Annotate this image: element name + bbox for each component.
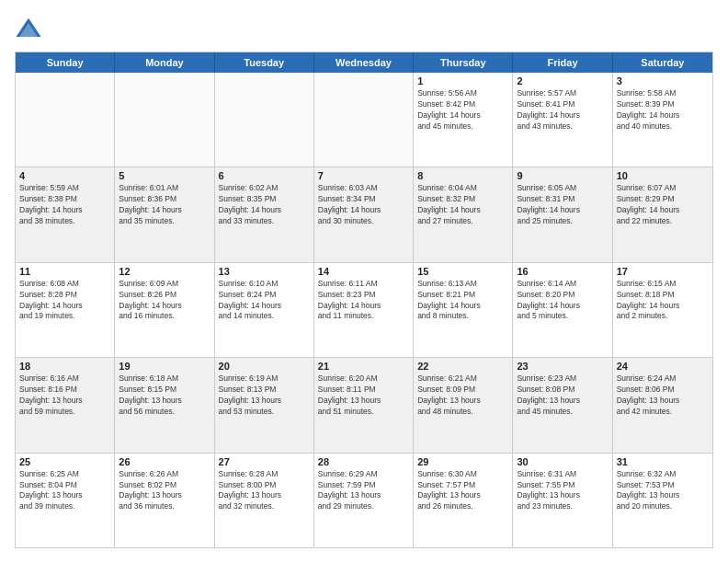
cell-info: Sunrise: 6:29 AM Sunset: 7:59 PM Dayligh… bbox=[318, 469, 409, 513]
cell-info: Sunrise: 6:26 AM Sunset: 8:02 PM Dayligh… bbox=[119, 469, 210, 513]
calendar-cell: 30Sunrise: 6:31 AM Sunset: 7:55 PM Dayli… bbox=[513, 454, 612, 547]
calendar-cell: 20Sunrise: 6:19 AM Sunset: 8:13 PM Dayli… bbox=[215, 358, 314, 452]
calendar-cell: 13Sunrise: 6:10 AM Sunset: 8:24 PM Dayli… bbox=[215, 263, 314, 357]
calendar-cell: 25Sunrise: 6:25 AM Sunset: 8:04 PM Dayli… bbox=[16, 454, 115, 547]
calendar-row: 18Sunrise: 6:16 AM Sunset: 8:16 PM Dayli… bbox=[16, 358, 712, 453]
calendar-cell: 10Sunrise: 6:07 AM Sunset: 8:29 PM Dayli… bbox=[613, 167, 712, 261]
day-number: 21 bbox=[318, 361, 409, 372]
cell-info: Sunrise: 6:23 AM Sunset: 8:08 PM Dayligh… bbox=[517, 373, 608, 418]
cell-info: Sunrise: 6:03 AM Sunset: 8:34 PM Dayligh… bbox=[318, 183, 409, 227]
weekday-header: Saturday bbox=[613, 52, 712, 73]
cell-info: Sunrise: 6:04 AM Sunset: 8:32 PM Dayligh… bbox=[417, 183, 508, 227]
calendar-cell: 29Sunrise: 6:30 AM Sunset: 7:57 PM Dayli… bbox=[414, 454, 513, 547]
calendar-cell bbox=[115, 73, 214, 167]
cell-info: Sunrise: 6:31 AM Sunset: 7:55 PM Dayligh… bbox=[517, 469, 608, 513]
cell-info: Sunrise: 5:56 AM Sunset: 8:42 PM Dayligh… bbox=[417, 88, 508, 132]
weekday-header: Friday bbox=[513, 52, 612, 73]
day-number: 5 bbox=[119, 170, 210, 181]
calendar-header: SundayMondayTuesdayWednesdayThursdayFrid… bbox=[16, 52, 712, 73]
day-number: 10 bbox=[617, 170, 709, 181]
calendar-row: 1Sunrise: 5:56 AM Sunset: 8:42 PM Daylig… bbox=[16, 73, 712, 167]
calendar-cell: 24Sunrise: 6:24 AM Sunset: 8:06 PM Dayli… bbox=[613, 358, 712, 452]
cell-info: Sunrise: 5:57 AM Sunset: 8:41 PM Dayligh… bbox=[517, 88, 608, 132]
day-number: 14 bbox=[318, 266, 409, 277]
calendar: SundayMondayTuesdayWednesdayThursdayFrid… bbox=[15, 52, 713, 548]
calendar-row: 4Sunrise: 5:59 AM Sunset: 8:38 PM Daylig… bbox=[16, 167, 712, 262]
calendar-cell: 19Sunrise: 6:18 AM Sunset: 8:15 PM Dayli… bbox=[115, 358, 214, 452]
day-number: 6 bbox=[219, 170, 310, 181]
day-number: 23 bbox=[517, 361, 608, 372]
weekday-header: Wednesday bbox=[314, 52, 414, 73]
calendar-cell: 12Sunrise: 6:09 AM Sunset: 8:26 PM Dayli… bbox=[115, 263, 214, 357]
calendar-cell: 3Sunrise: 5:58 AM Sunset: 8:39 PM Daylig… bbox=[613, 73, 712, 167]
calendar-cell: 14Sunrise: 6:11 AM Sunset: 8:23 PM Dayli… bbox=[314, 263, 414, 357]
day-number: 22 bbox=[417, 361, 508, 372]
calendar-cell: 5Sunrise: 6:01 AM Sunset: 8:36 PM Daylig… bbox=[115, 167, 214, 261]
calendar-cell: 15Sunrise: 6:13 AM Sunset: 8:21 PM Dayli… bbox=[414, 263, 513, 357]
cell-info: Sunrise: 6:05 AM Sunset: 8:31 PM Dayligh… bbox=[517, 183, 608, 227]
day-number: 15 bbox=[417, 266, 508, 277]
calendar-cell: 4Sunrise: 5:59 AM Sunset: 8:38 PM Daylig… bbox=[16, 167, 115, 261]
day-number: 2 bbox=[517, 75, 608, 86]
weekday-header: Thursday bbox=[414, 52, 513, 73]
cell-info: Sunrise: 6:18 AM Sunset: 8:15 PM Dayligh… bbox=[119, 373, 210, 418]
day-number: 18 bbox=[19, 361, 110, 372]
cell-info: Sunrise: 6:14 AM Sunset: 8:20 PM Dayligh… bbox=[517, 279, 608, 323]
day-number: 26 bbox=[119, 456, 210, 467]
calendar-cell: 27Sunrise: 6:28 AM Sunset: 8:00 PM Dayli… bbox=[215, 454, 314, 547]
calendar-body: 1Sunrise: 5:56 AM Sunset: 8:42 PM Daylig… bbox=[16, 73, 712, 547]
day-number: 19 bbox=[119, 361, 210, 372]
cell-info: Sunrise: 6:32 AM Sunset: 7:53 PM Dayligh… bbox=[617, 469, 709, 513]
day-number: 16 bbox=[517, 266, 608, 277]
day-number: 9 bbox=[517, 170, 608, 181]
cell-info: Sunrise: 6:25 AM Sunset: 8:04 PM Dayligh… bbox=[19, 469, 110, 513]
cell-info: Sunrise: 6:01 AM Sunset: 8:36 PM Dayligh… bbox=[119, 183, 210, 227]
logo bbox=[15, 15, 48, 42]
day-number: 17 bbox=[617, 266, 709, 277]
cell-info: Sunrise: 6:09 AM Sunset: 8:26 PM Dayligh… bbox=[119, 279, 210, 323]
weekday-header: Tuesday bbox=[215, 52, 314, 73]
calendar-cell: 17Sunrise: 6:15 AM Sunset: 8:18 PM Dayli… bbox=[613, 263, 712, 357]
day-number: 27 bbox=[219, 456, 310, 467]
day-number: 29 bbox=[417, 456, 508, 467]
calendar-cell: 11Sunrise: 6:08 AM Sunset: 8:28 PM Dayli… bbox=[16, 263, 115, 357]
calendar-cell: 31Sunrise: 6:32 AM Sunset: 7:53 PM Dayli… bbox=[613, 454, 712, 547]
cell-info: Sunrise: 6:20 AM Sunset: 8:11 PM Dayligh… bbox=[318, 373, 409, 418]
calendar-cell: 18Sunrise: 6:16 AM Sunset: 8:16 PM Dayli… bbox=[16, 358, 115, 452]
calendar-cell: 22Sunrise: 6:21 AM Sunset: 8:09 PM Dayli… bbox=[414, 358, 513, 452]
cell-info: Sunrise: 6:11 AM Sunset: 8:23 PM Dayligh… bbox=[318, 279, 409, 323]
logo-icon bbox=[15, 15, 42, 42]
day-number: 25 bbox=[19, 456, 110, 467]
calendar-row: 11Sunrise: 6:08 AM Sunset: 8:28 PM Dayli… bbox=[16, 263, 712, 358]
day-number: 12 bbox=[119, 266, 210, 277]
cell-info: Sunrise: 6:21 AM Sunset: 8:09 PM Dayligh… bbox=[417, 373, 508, 418]
day-number: 3 bbox=[617, 75, 709, 86]
cell-info: Sunrise: 6:19 AM Sunset: 8:13 PM Dayligh… bbox=[219, 373, 310, 418]
calendar-cell: 28Sunrise: 6:29 AM Sunset: 7:59 PM Dayli… bbox=[314, 454, 414, 547]
calendar-cell: 1Sunrise: 5:56 AM Sunset: 8:42 PM Daylig… bbox=[414, 73, 513, 167]
day-number: 20 bbox=[219, 361, 310, 372]
day-number: 8 bbox=[417, 170, 508, 181]
calendar-row: 25Sunrise: 6:25 AM Sunset: 8:04 PM Dayli… bbox=[16, 454, 712, 547]
calendar-cell bbox=[215, 73, 314, 167]
calendar-cell: 23Sunrise: 6:23 AM Sunset: 8:08 PM Dayli… bbox=[513, 358, 612, 452]
calendar-cell bbox=[16, 73, 115, 167]
calendar-cell: 7Sunrise: 6:03 AM Sunset: 8:34 PM Daylig… bbox=[314, 167, 414, 261]
weekday-header: Sunday bbox=[16, 52, 115, 73]
cell-info: Sunrise: 6:15 AM Sunset: 8:18 PM Dayligh… bbox=[617, 279, 709, 323]
day-number: 13 bbox=[219, 266, 310, 277]
day-number: 4 bbox=[19, 170, 110, 181]
cell-info: Sunrise: 6:16 AM Sunset: 8:16 PM Dayligh… bbox=[19, 373, 110, 418]
calendar-cell: 16Sunrise: 6:14 AM Sunset: 8:20 PM Dayli… bbox=[513, 263, 612, 357]
day-number: 11 bbox=[19, 266, 110, 277]
day-number: 24 bbox=[617, 361, 709, 372]
day-number: 31 bbox=[617, 456, 709, 467]
cell-info: Sunrise: 5:58 AM Sunset: 8:39 PM Dayligh… bbox=[617, 88, 709, 132]
calendar-cell: 9Sunrise: 6:05 AM Sunset: 8:31 PM Daylig… bbox=[513, 167, 612, 261]
calendar-cell: 8Sunrise: 6:04 AM Sunset: 8:32 PM Daylig… bbox=[414, 167, 513, 261]
cell-info: Sunrise: 6:30 AM Sunset: 7:57 PM Dayligh… bbox=[417, 469, 508, 513]
page-header bbox=[15, 15, 713, 42]
day-number: 28 bbox=[318, 456, 409, 467]
calendar-cell: 6Sunrise: 6:02 AM Sunset: 8:35 PM Daylig… bbox=[215, 167, 314, 261]
day-number: 7 bbox=[318, 170, 409, 181]
